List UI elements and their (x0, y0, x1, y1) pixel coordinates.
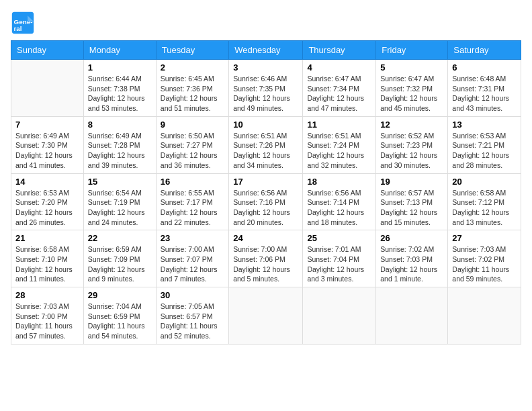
day-cell (11, 60, 84, 117)
day-info: Sunrise: 6:56 AM Sunset: 7:16 PM Dayligh… (233, 188, 298, 228)
day-info: Sunrise: 7:05 AM Sunset: 6:57 PM Dayligh… (161, 302, 224, 341)
day-number: 27 (452, 233, 517, 243)
day-info: Sunrise: 6:58 AM Sunset: 7:12 PM Dayligh… (452, 188, 517, 228)
col-header-monday: Monday (83, 41, 156, 60)
day-info: Sunrise: 6:53 AM Sunset: 7:20 PM Dayligh… (15, 188, 79, 228)
day-cell: 8Sunrise: 6:49 AM Sunset: 7:28 PM Daylig… (83, 116, 156, 173)
day-cell: 27Sunrise: 7:03 AM Sunset: 7:02 PM Dayli… (448, 230, 521, 287)
day-info: Sunrise: 6:49 AM Sunset: 7:30 PM Dayligh… (15, 131, 79, 171)
day-number: 8 (88, 120, 152, 130)
week-row-1: 1Sunrise: 6:44 AM Sunset: 7:38 PM Daylig… (11, 60, 521, 117)
day-cell: 24Sunrise: 7:00 AM Sunset: 7:06 PM Dayli… (229, 230, 303, 287)
day-info: Sunrise: 6:58 AM Sunset: 7:10 PM Dayligh… (15, 244, 79, 284)
day-cell: 15Sunrise: 6:54 AM Sunset: 7:19 PM Dayli… (83, 173, 156, 230)
day-cell: 21Sunrise: 6:58 AM Sunset: 7:10 PM Dayli… (11, 230, 84, 287)
day-cell: 11Sunrise: 6:51 AM Sunset: 7:24 PM Dayli… (303, 116, 376, 173)
day-cell: 20Sunrise: 6:58 AM Sunset: 7:12 PM Dayli… (448, 173, 521, 230)
col-header-thursday: Thursday (303, 41, 376, 60)
day-cell: 18Sunrise: 6:56 AM Sunset: 7:14 PM Dayli… (303, 173, 376, 230)
col-header-tuesday: Tuesday (156, 41, 228, 60)
day-info: Sunrise: 6:50 AM Sunset: 7:27 PM Dayligh… (161, 131, 224, 171)
day-info: Sunrise: 7:04 AM Sunset: 6:59 PM Dayligh… (88, 302, 152, 341)
day-info: Sunrise: 6:45 AM Sunset: 7:36 PM Dayligh… (161, 74, 224, 113)
day-number: 25 (307, 233, 371, 243)
day-info: Sunrise: 6:57 AM Sunset: 7:13 PM Dayligh… (380, 188, 443, 228)
day-info: Sunrise: 6:54 AM Sunset: 7:19 PM Dayligh… (88, 188, 152, 228)
day-number: 13 (452, 120, 517, 130)
day-cell: 22Sunrise: 6:59 AM Sunset: 7:09 PM Dayli… (83, 230, 156, 287)
day-cell: 2Sunrise: 6:45 AM Sunset: 7:36 PM Daylig… (156, 60, 228, 117)
week-row-3: 14Sunrise: 6:53 AM Sunset: 7:20 PM Dayli… (11, 173, 521, 230)
day-info: Sunrise: 6:46 AM Sunset: 7:35 PM Dayligh… (233, 74, 298, 113)
day-number: 12 (380, 120, 443, 130)
day-number: 5 (380, 62, 443, 73)
day-info: Sunrise: 6:48 AM Sunset: 7:31 PM Dayligh… (452, 74, 517, 113)
day-info: Sunrise: 6:49 AM Sunset: 7:28 PM Dayligh… (88, 131, 152, 171)
day-number: 7 (15, 120, 79, 130)
day-info: Sunrise: 6:59 AM Sunset: 7:09 PM Dayligh… (88, 244, 152, 284)
day-info: Sunrise: 6:47 AM Sunset: 7:32 PM Dayligh… (380, 74, 443, 113)
logo-icon: Gene- ral (11, 11, 35, 35)
day-info: Sunrise: 6:47 AM Sunset: 7:34 PM Dayligh… (307, 74, 371, 113)
col-header-friday: Friday (376, 41, 448, 60)
day-number: 24 (233, 233, 298, 243)
day-number: 26 (380, 233, 443, 243)
day-number: 1 (88, 62, 152, 73)
day-cell (376, 287, 448, 345)
day-info: Sunrise: 6:51 AM Sunset: 7:24 PM Dayligh… (307, 131, 371, 171)
day-info: Sunrise: 7:03 AM Sunset: 7:00 PM Dayligh… (15, 302, 79, 341)
day-cell: 23Sunrise: 7:00 AM Sunset: 7:07 PM Dayli… (156, 230, 228, 287)
day-number: 10 (233, 120, 298, 130)
col-header-wednesday: Wednesday (229, 41, 303, 60)
week-row-5: 28Sunrise: 7:03 AM Sunset: 7:00 PM Dayli… (11, 287, 521, 345)
day-cell: 19Sunrise: 6:57 AM Sunset: 7:13 PM Dayli… (376, 173, 448, 230)
svg-text:ral: ral (14, 25, 22, 32)
day-cell: 29Sunrise: 7:04 AM Sunset: 6:59 PM Dayli… (83, 287, 156, 345)
day-info: Sunrise: 7:00 AM Sunset: 7:06 PM Dayligh… (233, 244, 298, 284)
day-cell: 6Sunrise: 6:48 AM Sunset: 7:31 PM Daylig… (448, 60, 521, 117)
day-info: Sunrise: 6:53 AM Sunset: 7:21 PM Dayligh… (452, 131, 517, 171)
day-number: 28 (15, 290, 79, 300)
day-info: Sunrise: 7:00 AM Sunset: 7:07 PM Dayligh… (161, 244, 224, 284)
day-cell: 7Sunrise: 6:49 AM Sunset: 7:30 PM Daylig… (11, 116, 84, 173)
col-header-saturday: Saturday (448, 41, 521, 60)
day-number: 17 (233, 177, 298, 187)
day-info: Sunrise: 7:03 AM Sunset: 7:02 PM Dayligh… (452, 244, 517, 284)
week-row-4: 21Sunrise: 6:58 AM Sunset: 7:10 PM Dayli… (11, 230, 521, 287)
day-number: 29 (88, 290, 152, 300)
day-number: 3 (233, 62, 298, 73)
day-cell: 4Sunrise: 6:47 AM Sunset: 7:34 PM Daylig… (303, 60, 376, 117)
day-number: 23 (161, 233, 224, 243)
day-info: Sunrise: 6:52 AM Sunset: 7:23 PM Dayligh… (380, 131, 443, 171)
day-cell (303, 287, 376, 345)
day-cell: 16Sunrise: 6:55 AM Sunset: 7:17 PM Dayli… (156, 173, 228, 230)
day-number: 15 (88, 177, 152, 187)
day-info: Sunrise: 6:51 AM Sunset: 7:26 PM Dayligh… (233, 131, 298, 171)
day-number: 16 (161, 177, 224, 187)
day-number: 9 (161, 120, 224, 130)
day-number: 18 (307, 177, 371, 187)
logo: Gene- ral (11, 11, 38, 35)
day-cell: 28Sunrise: 7:03 AM Sunset: 7:00 PM Dayli… (11, 287, 84, 345)
day-cell: 10Sunrise: 6:51 AM Sunset: 7:26 PM Dayli… (229, 116, 303, 173)
day-number: 19 (380, 177, 443, 187)
col-header-sunday: Sunday (11, 41, 84, 60)
calendar-table: SundayMondayTuesdayWednesdayThursdayFrid… (11, 40, 521, 345)
day-cell (448, 287, 521, 345)
day-info: Sunrise: 6:55 AM Sunset: 7:17 PM Dayligh… (161, 188, 224, 228)
day-info: Sunrise: 6:44 AM Sunset: 7:38 PM Dayligh… (88, 74, 152, 113)
day-cell: 14Sunrise: 6:53 AM Sunset: 7:20 PM Dayli… (11, 173, 84, 230)
day-cell: 9Sunrise: 6:50 AM Sunset: 7:27 PM Daylig… (156, 116, 228, 173)
day-number: 30 (161, 290, 224, 300)
day-info: Sunrise: 7:02 AM Sunset: 7:03 PM Dayligh… (380, 244, 443, 284)
day-cell: 26Sunrise: 7:02 AM Sunset: 7:03 PM Dayli… (376, 230, 448, 287)
day-cell: 17Sunrise: 6:56 AM Sunset: 7:16 PM Dayli… (229, 173, 303, 230)
day-number: 2 (161, 62, 224, 73)
day-number: 21 (15, 233, 79, 243)
day-number: 11 (307, 120, 371, 130)
day-cell: 3Sunrise: 6:46 AM Sunset: 7:35 PM Daylig… (229, 60, 303, 117)
day-number: 4 (307, 62, 371, 73)
day-number: 14 (15, 177, 79, 187)
day-cell: 25Sunrise: 7:01 AM Sunset: 7:04 PM Dayli… (303, 230, 376, 287)
day-cell: 30Sunrise: 7:05 AM Sunset: 6:57 PM Dayli… (156, 287, 228, 345)
